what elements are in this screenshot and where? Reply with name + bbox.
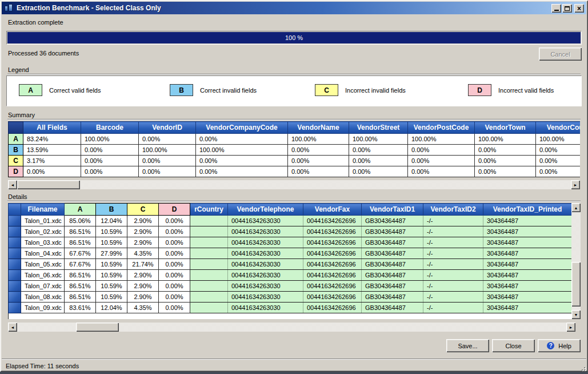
details-col-d[interactable]: D — [159, 204, 190, 216]
vendortaxid-printed-cell: 304364487 — [483, 216, 572, 226]
summary-cell: 100.00% — [81, 134, 139, 145]
details-corner-cell — [9, 204, 21, 216]
legend-swatch-a: A — [19, 84, 42, 96]
details-col-b[interactable]: B — [96, 204, 127, 216]
summary-table: All Fields Barcode VendorID VendorCompan… — [8, 121, 580, 178]
details-col-vendortaxid1[interactable]: VendorTaxID1 — [362, 204, 423, 216]
titlebar[interactable]: Extraction Benchmark - Selected Class On… — [2, 2, 586, 14]
scroll-right-icon[interactable]: ► — [566, 323, 575, 332]
row-selector[interactable] — [9, 226, 21, 237]
row-selector[interactable] — [9, 237, 21, 248]
details-col-vendortaxid-printed[interactable]: VendorTaxID_Printed — [483, 204, 572, 216]
row-selector[interactable] — [9, 259, 21, 270]
vendortaxid-printed-cell: 304364487 — [483, 248, 572, 259]
save-button[interactable]: Save... — [446, 339, 489, 352]
summary-col-vendorstreet[interactable]: VendorStreet — [349, 122, 408, 134]
details-vertical-scrollbar[interactable]: ▲ ▼ — [571, 203, 581, 319]
summary-row-header: D — [9, 166, 23, 177]
details-vscrollbar-thumb[interactable] — [571, 262, 581, 307]
summary-col-vendorcountry[interactable]: VendorCountry — [536, 122, 581, 134]
vendorcountry-cell — [190, 303, 228, 313]
summary-scrollbar-thumb[interactable] — [17, 180, 80, 189]
details-horizontal-scrollbar[interactable]: ◄ ► — [8, 323, 575, 332]
vendorcountry-cell — [190, 292, 228, 303]
row-selector[interactable] — [9, 248, 21, 259]
d-percent-cell: 0.00% — [159, 259, 190, 270]
a-percent-cell: 86.51% — [65, 270, 96, 281]
row-selector[interactable] — [9, 216, 21, 226]
summary-col-vendortown[interactable]: VendorTown — [475, 122, 536, 134]
details-col-vendorcountry[interactable]: rCountry — [190, 204, 228, 216]
scroll-right-icon[interactable]: ► — [571, 180, 580, 189]
details-col-vendorfax[interactable]: VendorFax — [303, 204, 362, 216]
summary-horizontal-scrollbar[interactable]: ◄ ► — [8, 180, 580, 189]
vendortaxid-printed-cell: 304364487 — [483, 237, 572, 248]
row-selector[interactable] — [9, 281, 21, 292]
minimize-button[interactable] — [551, 4, 561, 13]
row-selector[interactable] — [9, 292, 21, 303]
summary-cell: 83.24% — [23, 134, 81, 145]
close-dialog-button[interactable]: Close — [492, 339, 535, 352]
scroll-down-icon[interactable]: ▼ — [571, 310, 581, 319]
details-col-a[interactable]: A — [65, 204, 96, 216]
help-button[interactable]: ? Help — [538, 339, 581, 352]
c-percent-cell: 2.90% — [127, 237, 159, 248]
summary-cell: 0.00% — [81, 166, 139, 177]
cancel-button[interactable]: Cancel — [539, 47, 582, 61]
summary-col-vendorcompanycode[interactable]: VendorCompanyCode — [196, 122, 288, 134]
details-col-vendortelephone[interactable]: VendorTelephone — [228, 204, 303, 216]
vendortaxid1-cell: GB304364487 — [362, 216, 423, 226]
filename-cell: Talon_01.xdc — [21, 216, 65, 226]
vendortaxid1-cell: GB304364487 — [362, 292, 423, 303]
details-col-vendortaxid2[interactable]: VendorTaxID2 — [423, 204, 483, 216]
summary-cell: 0.00% — [408, 166, 475, 177]
scroll-left-icon[interactable]: ◄ — [8, 180, 17, 189]
maximize-button[interactable] — [562, 4, 572, 13]
vendortaxid2-cell: -/- — [423, 259, 483, 270]
legend-text-a: Correct valid fields — [49, 87, 101, 94]
vendortelephone-cell: 00441634263030 — [228, 303, 303, 313]
d-percent-cell: 0.00% — [159, 270, 190, 281]
details-header-row: Filename A B C D rCountry VendorTelephon… — [9, 204, 572, 216]
filename-cell: Talon_06.xdc — [21, 270, 65, 281]
vendortelephone-cell: 00441634263030 — [228, 270, 303, 281]
c-percent-cell: 21.74% — [127, 259, 159, 270]
scroll-left-icon[interactable]: ◄ — [8, 323, 17, 332]
scroll-up-icon[interactable]: ▲ — [571, 203, 581, 212]
summary-col-vendorpostcode[interactable]: VendorPostCode — [408, 122, 475, 134]
legend-text-d: Incorrect valid fields — [498, 87, 554, 94]
summary-col-all-fields[interactable]: All Fields — [23, 122, 81, 134]
a-percent-cell: 85.06% — [65, 216, 96, 226]
vendortaxid2-cell: -/- — [423, 216, 483, 226]
summary-col-vendorname[interactable]: VendorName — [288, 122, 349, 134]
details-row: Talon_02.xdc 86.51% 10.59% 2.90% 0.00% 0… — [9, 226, 572, 237]
summary-cell: 100.00% — [139, 145, 196, 156]
summary-col-barcode[interactable]: Barcode — [81, 122, 139, 134]
resize-grip[interactable] — [578, 364, 585, 371]
vendorcountry-cell — [190, 259, 228, 270]
summary-row-header: C — [9, 156, 23, 166]
b-percent-cell: 10.59% — [96, 259, 127, 270]
row-selector[interactable] — [9, 303, 21, 313]
vendortaxid2-cell: -/- — [423, 303, 483, 313]
progress-bar-fill: 100 % — [7, 32, 581, 43]
summary-row-header: A — [9, 134, 23, 145]
summary-row-header: B — [9, 145, 23, 156]
close-button[interactable]: × — [574, 4, 584, 13]
summary-label: Summary — [8, 112, 37, 118]
details-col-filename[interactable]: Filename — [21, 204, 65, 216]
summary-cell: 100.00% — [475, 134, 536, 145]
details-row: Talon_09.xdc 83.61% 12.04% 4.35% 0.00% 0… — [9, 303, 572, 313]
details-hscrollbar-thumb[interactable] — [76, 323, 119, 332]
summary-col-vendorid[interactable]: VendorID — [139, 122, 196, 134]
vendorcountry-cell — [190, 237, 228, 248]
details-separator — [7, 201, 581, 202]
row-selector[interactable] — [9, 270, 21, 281]
details-row: Talon_01.xdc 85.06% 12.04% 2.90% 0.00% 0… — [9, 216, 572, 226]
vendortelephone-cell: 00441634263030 — [228, 216, 303, 226]
vendortaxid1-cell: GB304364487 — [362, 226, 423, 237]
vendortaxid-printed-cell: 304364487 — [483, 270, 572, 281]
details-col-c[interactable]: C — [127, 204, 159, 216]
summary-cell: 0.00% — [196, 134, 288, 145]
summary-cell: 100.00% — [196, 145, 288, 156]
